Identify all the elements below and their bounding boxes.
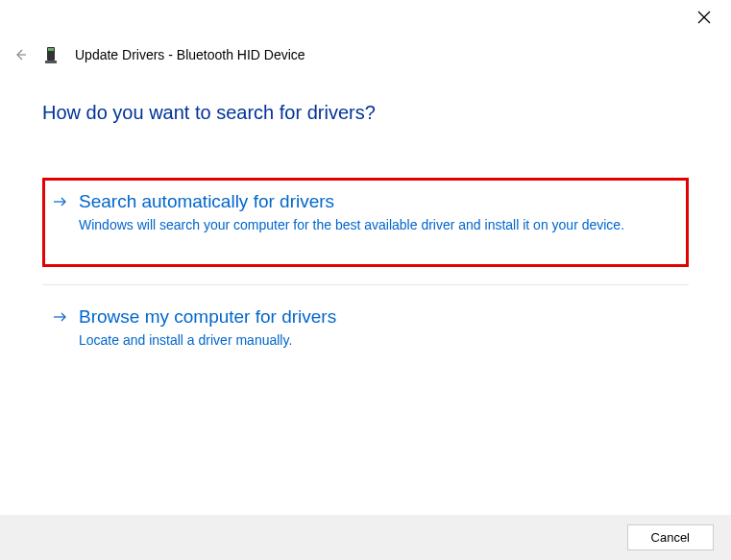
page-heading: How do you want to search for drivers? [42,102,689,124]
window-title: Update Drivers - Bluetooth HID Device [75,47,305,62]
option-title: Search automatically for drivers [79,191,677,212]
option-list: Search automatically for drivers Windows… [42,178,689,367]
cancel-button[interactable]: Cancel [627,524,714,550]
option-description: Locate and install a driver manually. [79,331,677,351]
device-icon [44,46,58,63]
titlebar [677,0,731,35]
header: Update Drivers - Bluetooth HID Device [0,0,731,63]
option-search-automatically[interactable]: Search automatically for drivers Windows… [42,178,689,267]
back-arrow-icon [13,48,27,61]
option-title: Browse my computer for drivers [79,306,677,328]
svg-rect-4 [48,48,54,51]
close-icon [697,11,711,24]
separator [42,284,689,285]
option-description: Windows will search your computer for th… [79,216,677,235]
svg-rect-5 [45,61,57,63]
right-arrow-icon [54,311,67,323]
option-browse-computer[interactable]: Browse my computer for drivers Locate an… [42,293,689,368]
content: How do you want to search for drivers? S… [0,63,731,367]
back-button[interactable] [13,48,27,61]
close-button[interactable] [696,10,712,25]
footer: Cancel [0,515,731,560]
right-arrow-icon [54,196,67,207]
